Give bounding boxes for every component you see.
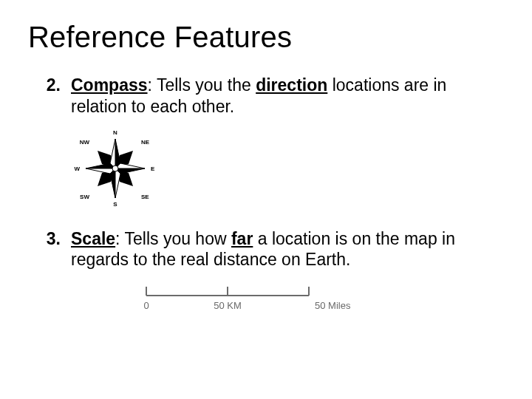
svg-marker-10 xyxy=(86,163,115,168)
compass-label-nw: NW xyxy=(80,139,90,146)
item-body: Scale: Tells you how far a location is o… xyxy=(71,228,504,271)
item-pre: Tells you how xyxy=(124,229,231,248)
compass-label-s: S xyxy=(113,201,117,208)
scale-tick-2: 50 Miles xyxy=(315,300,351,311)
item-term: Scale xyxy=(71,229,115,248)
scale-bar-icon: 0 50 KM 50 Miles xyxy=(139,281,361,315)
list-item: 2. Compass: Tells you the direction loca… xyxy=(28,75,504,117)
page-title: Reference Features xyxy=(28,21,504,54)
item-pre: Tells you the xyxy=(157,75,256,95)
compass-label-w: W xyxy=(74,166,80,172)
item-term: Compass xyxy=(71,75,148,95)
svg-point-12 xyxy=(112,166,118,171)
compass-label-ne: NE xyxy=(141,139,150,146)
compass-label-se: SE xyxy=(141,194,149,200)
compass-label-e: E xyxy=(151,166,155,172)
item-sep: : xyxy=(115,229,124,248)
item-number: 2. xyxy=(28,75,71,117)
svg-marker-11 xyxy=(86,168,115,174)
item-number: 3. xyxy=(28,228,71,271)
compass-rose-icon: N NE E SE S SW W NW xyxy=(71,128,160,209)
list-item: 3. Scale: Tells you how far a location i… xyxy=(28,228,504,271)
compass-figure: N NE E SE S SW W NW xyxy=(71,128,504,212)
scale-figure: 0 50 KM 50 Miles xyxy=(139,281,504,318)
item-keyword: direction xyxy=(256,75,327,95)
svg-marker-7 xyxy=(115,163,145,168)
scale-tick-0: 0 xyxy=(143,300,149,311)
svg-marker-9 xyxy=(115,168,120,198)
item-sep: : xyxy=(148,75,157,95)
item-keyword: far xyxy=(231,229,253,248)
compass-label-n: N xyxy=(113,129,117,136)
item-body: Compass: Tells you the direction locatio… xyxy=(71,75,504,117)
scale-tick-1: 50 KM xyxy=(214,300,242,311)
compass-label-sw: SW xyxy=(80,194,89,200)
